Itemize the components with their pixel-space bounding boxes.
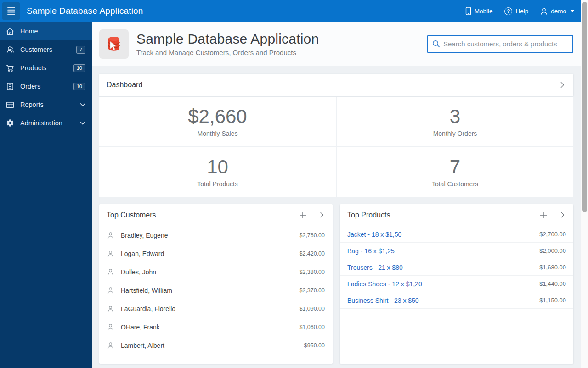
customer-amount: $950.00 bbox=[304, 342, 325, 349]
caret-down-icon bbox=[571, 10, 574, 12]
tile-value: 10 bbox=[207, 156, 228, 178]
product-link[interactable]: Bag - 16 x $1,25 bbox=[347, 247, 395, 255]
person-icon bbox=[107, 305, 114, 312]
shell: Home Customers 7 Products 10 bbox=[0, 22, 581, 368]
search-input[interactable] bbox=[443, 40, 568, 48]
person-icon bbox=[107, 342, 114, 349]
customer-name: Bradley, Eugene bbox=[121, 232, 168, 239]
vertical-scrollbar[interactable] bbox=[581, 0, 588, 368]
person-icon bbox=[107, 323, 114, 331]
content-body: Dashboard $2,660 Monthly Sales bbox=[92, 66, 581, 368]
page-header: Sample Database Application Track and Ma… bbox=[92, 22, 581, 66]
user-menu-button[interactable]: demo bbox=[540, 7, 574, 15]
chevron-down-icon bbox=[80, 103, 85, 106]
customer-name: OHare, Frank bbox=[121, 323, 160, 331]
customer-amount: $2,380.00 bbox=[299, 269, 325, 275]
user-label: demo bbox=[551, 8, 566, 15]
app-bar-title: Sample Database Application bbox=[27, 6, 143, 16]
tile-label: Total Customers bbox=[432, 180, 478, 188]
product-row: Bag - 16 x $1,25 $2,000.00 bbox=[340, 243, 573, 259]
page-title: Sample Database Application bbox=[136, 31, 319, 47]
app-bar: Sample Database Application Mobile Help … bbox=[0, 0, 581, 22]
product-row: Business Shirt - 23 x $50 $1,150.00 bbox=[340, 292, 573, 309]
dashboard-region: Dashboard $2,660 Monthly Sales bbox=[99, 74, 573, 197]
app-bar-actions: Mobile Help demo bbox=[465, 7, 574, 15]
main-content: Sample Database Application Track and Ma… bbox=[92, 22, 581, 368]
mobile-button[interactable]: Mobile bbox=[465, 7, 493, 15]
customer-row[interactable]: Lambert, Albert $950.00 bbox=[99, 336, 333, 355]
sidebar: Home Customers 7 Products 10 bbox=[0, 22, 92, 368]
tile-monthly-orders[interactable]: 3 Monthly Orders bbox=[337, 97, 573, 146]
orders-count-badge: 10 bbox=[74, 83, 85, 90]
customer-row[interactable]: LaGuardia, Fiorello $1,090.00 bbox=[99, 300, 333, 318]
tile-label: Total Products bbox=[197, 180, 238, 188]
top-products-title: Top Products bbox=[347, 211, 390, 219]
person-icon bbox=[107, 250, 114, 257]
person-icon bbox=[107, 268, 114, 276]
dashboard-tiles: $2,660 Monthly Sales 3 Monthly Orders 10… bbox=[99, 97, 573, 197]
hamburger-menu-button[interactable] bbox=[2, 2, 20, 20]
tile-total-customers[interactable]: 7 Total Customers bbox=[337, 147, 573, 197]
tile-total-products[interactable]: 10 Total Products bbox=[99, 147, 336, 197]
customer-row[interactable]: Hartsfield, William $2,370.00 bbox=[99, 281, 333, 300]
top-customers-list: Bradley, Eugene $2,760.00 Logan, Edward … bbox=[99, 226, 333, 355]
customer-amount: $2,370.00 bbox=[299, 287, 325, 294]
product-row: Trousers - 21 x $80 $1,680.00 bbox=[340, 259, 573, 276]
customer-name: Dulles, John bbox=[121, 268, 156, 276]
sidebar-item-customers[interactable]: Customers 7 bbox=[0, 40, 92, 59]
home-icon bbox=[6, 28, 14, 35]
chevron-down-icon bbox=[80, 121, 85, 125]
customers-icon bbox=[6, 46, 14, 54]
sidebar-item-label: Products bbox=[20, 64, 46, 72]
help-button[interactable]: Help bbox=[504, 7, 528, 15]
page-title-block: Sample Database Application Track and Ma… bbox=[136, 31, 319, 56]
add-product-button[interactable] bbox=[540, 212, 547, 219]
tile-value: $2,660 bbox=[188, 106, 247, 127]
product-amount: $2,700.00 bbox=[539, 231, 566, 238]
sidebar-item-products[interactable]: Products 10 bbox=[0, 59, 92, 77]
sidebar-item-label: Customers bbox=[20, 46, 52, 53]
help-label: Help bbox=[515, 8, 528, 15]
person-icon bbox=[107, 232, 114, 239]
customer-row[interactable]: Logan, Edward $2,420.00 bbox=[99, 245, 333, 263]
dashboard-expand-button[interactable] bbox=[559, 81, 566, 89]
customer-name: LaGuardia, Fiorello bbox=[121, 305, 175, 312]
top-customers-title: Top Customers bbox=[107, 211, 156, 219]
search-icon bbox=[432, 40, 440, 48]
add-customer-button[interactable] bbox=[299, 212, 306, 219]
product-link[interactable]: Ladies Shoes - 12 x $1,20 bbox=[347, 280, 422, 288]
top-products-expand-button[interactable] bbox=[559, 212, 566, 218]
chevron-right-icon bbox=[318, 212, 325, 218]
sidebar-item-reports[interactable]: Reports bbox=[0, 95, 92, 114]
mobile-icon bbox=[465, 7, 471, 15]
sidebar-item-administration[interactable]: Administration bbox=[0, 114, 92, 132]
top-customers-expand-button[interactable] bbox=[318, 212, 325, 218]
gear-icon bbox=[6, 119, 14, 127]
top-customers-card: Top Customers bbox=[99, 204, 333, 364]
tile-value: 7 bbox=[450, 156, 460, 178]
mobile-label: Mobile bbox=[475, 8, 493, 15]
sidebar-item-home[interactable]: Home bbox=[0, 22, 92, 40]
product-row: Ladies Shoes - 12 x $1,20 $1,440.00 bbox=[340, 276, 573, 292]
customer-row[interactable]: OHare, Frank $1,060.00 bbox=[99, 318, 333, 336]
product-link[interactable]: Business Shirt - 23 x $50 bbox=[347, 297, 419, 304]
tile-label: Monthly Sales bbox=[198, 130, 238, 137]
customer-amount: $2,420.00 bbox=[299, 251, 325, 257]
plus-icon bbox=[540, 212, 547, 219]
top-products-header: Top Products bbox=[340, 204, 573, 226]
product-link[interactable]: Trousers - 21 x $80 bbox=[347, 264, 403, 271]
tile-monthly-sales[interactable]: $2,660 Monthly Sales bbox=[99, 97, 336, 146]
customer-amount: $1,060.00 bbox=[299, 324, 325, 330]
dashboard-header: Dashboard bbox=[99, 74, 573, 96]
top-products-list: Jacket - 18 x $1,50 $2,700.00 Bag - 16 x… bbox=[340, 226, 573, 309]
product-row: Jacket - 18 x $1,50 $2,700.00 bbox=[340, 226, 573, 243]
product-link[interactable]: Jacket - 18 x $1,50 bbox=[347, 231, 401, 238]
sidebar-item-label: Orders bbox=[20, 83, 40, 90]
cards-row: Top Customers bbox=[99, 204, 573, 364]
customer-row[interactable]: Bradley, Eugene $2,760.00 bbox=[99, 226, 333, 245]
customer-row[interactable]: Dulles, John $2,380.00 bbox=[99, 263, 333, 281]
scrollbar-thumb[interactable] bbox=[582, 2, 587, 212]
sidebar-item-orders[interactable]: Orders 10 bbox=[0, 77, 92, 95]
customer-name: Logan, Edward bbox=[121, 250, 164, 257]
chevron-right-icon bbox=[559, 81, 566, 89]
